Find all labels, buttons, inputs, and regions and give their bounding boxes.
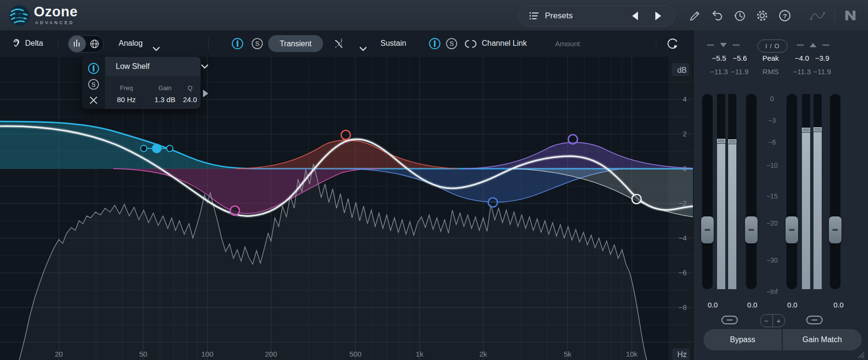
presets-button[interactable]: Presets (518, 5, 675, 27)
presets-label: Presets (545, 11, 573, 21)
settings-gear-icon[interactable] (756, 9, 769, 22)
resize-handle[interactable] (856, 351, 865, 359)
freq-value[interactable]: 80 Hz (117, 95, 136, 104)
input-meter-left (717, 94, 725, 289)
svg-text:500: 500 (349, 350, 361, 358)
globe-view-button[interactable] (86, 36, 103, 52)
input-fader-handle-right[interactable] (745, 216, 758, 243)
gain-stepper-minus[interactable]: − (760, 315, 773, 327)
gain-stepper-plus[interactable]: + (773, 315, 785, 327)
transient-power-icon[interactable] (231, 37, 244, 50)
q-value[interactable]: 24.0 (183, 95, 197, 104)
svg-text:2: 2 (683, 130, 687, 138)
history-icon[interactable] (733, 9, 746, 22)
eq-node-bell-2k (488, 198, 498, 207)
filter-type-dropdown[interactable]: Low Shelf (105, 57, 201, 76)
scale-15: −15 (766, 192, 778, 200)
crossover-icon[interactable] (334, 38, 350, 50)
gain-stepper[interactable]: − + (760, 314, 785, 327)
meter-fill (728, 144, 736, 289)
output-gain-nudge[interactable] (797, 42, 829, 48)
crossover-chevron-icon[interactable] (359, 46, 367, 52)
output-gain-decrement[interactable] (797, 44, 804, 46)
sustain-power-icon[interactable] (428, 37, 441, 50)
io-panel: I / O −5.5 −5.6 Peak −4.0 −3.9 −11.3 −11… (693, 30, 868, 360)
channel-link-icon[interactable] (463, 39, 478, 49)
io-buttons: Bypass Gain Match (704, 329, 862, 350)
input-link-icon[interactable] (721, 315, 738, 325)
transient-solo-icon[interactable]: S (251, 37, 264, 50)
brand-subtitle: ADVANCED (35, 20, 74, 25)
svg-text:S: S (92, 81, 95, 88)
io-section-label[interactable]: I / O (758, 40, 787, 53)
svg-text:−6: −6 (678, 268, 687, 277)
input-gain-left-value[interactable]: 0.0 (708, 301, 718, 309)
input-gain-increment[interactable] (732, 44, 740, 46)
eq-node-bell-200 (231, 206, 240, 215)
previous-preset-button[interactable] (632, 12, 638, 20)
q-label: Q (188, 84, 192, 92)
undo-icon[interactable] (711, 9, 724, 22)
reset-circle-arrow-icon[interactable] (665, 37, 680, 51)
gain-match-button[interactable]: Gain Match (783, 329, 862, 350)
delta-button[interactable]: Delta (25, 39, 43, 48)
band-popup-expand-arrow[interactable] (203, 90, 208, 97)
sustain-solo-icon[interactable]: S (445, 37, 458, 50)
output-fader-handle-left[interactable] (786, 216, 798, 243)
delta-ear-icon (11, 38, 22, 49)
output-gain-increment[interactable] (822, 44, 829, 46)
svg-text:−8: −8 (678, 303, 687, 311)
toolbar-divider (656, 37, 656, 50)
svg-text:4: 4 (683, 95, 687, 103)
peak-label: Peak (762, 54, 779, 62)
hz-unit-label: Hz (677, 350, 687, 359)
eq-node-bell-500 (341, 131, 351, 140)
output-gain-right-value[interactable]: 0.0 (834, 301, 844, 309)
eq-view-toggle (68, 35, 104, 53)
output-fader-track-left[interactable] (787, 94, 797, 289)
svg-text:S: S (449, 40, 454, 47)
band-power-icon[interactable] (87, 62, 100, 75)
input-fader-track-right[interactable] (746, 94, 757, 289)
bypass-button[interactable]: Bypass (704, 329, 782, 350)
svg-text:20: 20 (55, 350, 63, 358)
output-fader-track-right[interactable] (830, 94, 841, 289)
triangle-up-icon[interactable] (809, 42, 817, 48)
triangle-down-icon[interactable] (719, 42, 727, 48)
svg-text:100: 100 (201, 350, 213, 358)
amount-label: Amount (555, 40, 580, 48)
help-icon[interactable]: ? (778, 9, 791, 22)
input-fader-track-left[interactable] (702, 94, 713, 289)
gain-value[interactable]: 1.3 dB (154, 95, 175, 104)
meter-fill (814, 132, 822, 290)
output-fader-handle-right[interactable] (829, 216, 841, 243)
gain-label: Gain (158, 84, 171, 92)
band-popup-rail: S (82, 57, 105, 109)
scale-30: −30 (766, 256, 778, 264)
input-fader-handle-left[interactable] (701, 216, 714, 243)
eq-mode-dropdown[interactable]: Analog (119, 39, 143, 48)
band-solo-icon[interactable]: S (87, 78, 100, 91)
output-gain-left-value[interactable]: 0.0 (787, 301, 798, 309)
channel-link-label[interactable]: Channel Link (482, 39, 527, 48)
tab-sustain[interactable]: Sustain (380, 39, 406, 48)
input-gain-decrement[interactable] (707, 44, 714, 46)
out-peak-right: −3.9 (815, 54, 829, 62)
svg-text:0: 0 (683, 164, 687, 173)
output-link-icon[interactable] (806, 315, 823, 325)
filter-type-chevron-icon (201, 64, 209, 69)
output-meter-right (814, 94, 822, 289)
eq-curve-view-button[interactable] (68, 36, 86, 52)
input-gain-right-value[interactable]: 0.0 (747, 301, 758, 309)
edit-pencil-icon[interactable] (689, 9, 702, 22)
input-gain-nudge[interactable] (707, 42, 740, 48)
next-preset-button[interactable] (655, 12, 661, 20)
band-delete-icon[interactable] (87, 94, 100, 107)
out-peak-left: −4.0 (795, 54, 809, 62)
peak-indicator (717, 139, 725, 143)
tab-transient[interactable]: Transient (268, 35, 323, 52)
svg-text:1k: 1k (416, 350, 423, 358)
top-bar: Ozone ADVANCED Presets (0, 0, 868, 31)
chevron-down-icon[interactable] (152, 46, 161, 52)
signal-chain-icon[interactable] (809, 10, 827, 22)
